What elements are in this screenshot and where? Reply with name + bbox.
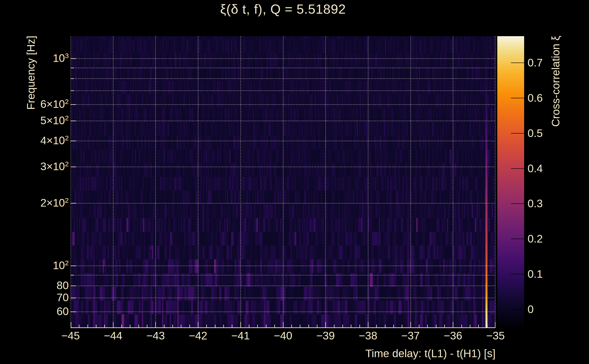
y-tick-label: 6×102 [14, 98, 69, 110]
x-axis-title: Time delay: t(L1) - t(H1) [s] [365, 347, 496, 360]
colorbar-tick-label: 0.4 [528, 163, 543, 175]
colorbar-tick-label: 0.6 [528, 92, 543, 104]
x-tick-label: −45 [52, 330, 89, 342]
y-tick-label: 102 [14, 260, 69, 271]
x-tick-label: −43 [137, 330, 174, 342]
x-tick-label: −38 [350, 330, 386, 342]
x-tick-label: −37 [392, 330, 429, 342]
colorbar-tick-mark [511, 133, 524, 134]
figure: ξ(δ t, f), Q = 5.51892 Frequency [Hz] −4… [0, 0, 589, 364]
x-tick-label: −42 [180, 330, 216, 342]
x-tick-label: −36 [435, 330, 471, 342]
y-tick-label: 103 [14, 52, 69, 64]
x-tick-label: −35 [477, 330, 514, 342]
x-tick-label: −41 [222, 330, 259, 342]
colorbar-tick-mark [511, 63, 524, 63]
x-tick-label: −40 [265, 330, 301, 342]
colorbar [497, 36, 524, 328]
colorbar-tick-mark [511, 239, 524, 239]
y-tick-label: 5×102 [14, 115, 69, 126]
colorbar-tick-mark [511, 274, 524, 274]
colorbar-tick-mark [511, 309, 524, 310]
y-tick-label: 70 [14, 292, 69, 304]
y-tick-label: 2×102 [14, 197, 69, 209]
y-tick-label: 4×102 [14, 135, 69, 147]
x-tick-label: −44 [95, 330, 131, 342]
colorbar-tick-label: 0.1 [528, 268, 543, 280]
y-tick-label: 3×102 [14, 161, 69, 172]
colorbar-tick-label: 0.2 [528, 233, 543, 245]
heatmap-canvas [71, 36, 496, 328]
colorbar-tick-label: 0.7 [528, 57, 543, 69]
colorbar-tick-label: 0 [528, 304, 534, 315]
colorbar-tick-mark [511, 168, 524, 169]
y-tick-label: 80 [14, 280, 69, 292]
y-tick-label: 60 [14, 306, 69, 317]
colorbar-tick-mark [511, 203, 524, 204]
colorbar-gradient [497, 36, 524, 328]
colorbar-tick-label: 0.5 [528, 127, 543, 139]
colorbar-tick-label: 0.3 [528, 198, 543, 209]
figure-title: ξ(δ t, f), Q = 5.51892 [71, 1, 496, 17]
x-tick-label: −39 [307, 330, 344, 342]
colorbar-tick-mark [511, 98, 524, 98]
